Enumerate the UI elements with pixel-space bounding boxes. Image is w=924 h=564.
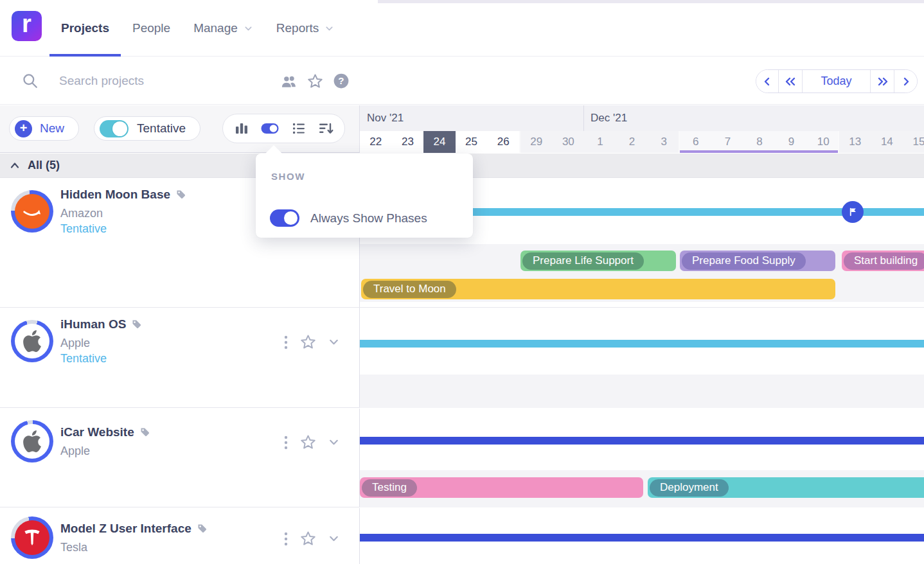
nav-tab-manage[interactable]: Manage bbox=[182, 0, 265, 57]
app-logo[interactable]: r bbox=[12, 11, 42, 41]
timeline-prev-fast-button[interactable] bbox=[779, 70, 803, 93]
milestone-flag[interactable] bbox=[842, 201, 864, 223]
phase-label: Travel to Moon bbox=[363, 281, 456, 298]
star-icon bbox=[299, 333, 317, 351]
people-filter-button[interactable] bbox=[280, 74, 298, 89]
plus-icon: + bbox=[15, 120, 32, 137]
phase-bar-start-building[interactable]: Start building bbox=[842, 251, 924, 271]
row-expand-button[interactable] bbox=[328, 436, 340, 448]
day-cell: 1 bbox=[584, 131, 616, 153]
week-group: 13 14 15 bbox=[838, 131, 924, 153]
project-timeline-bar[interactable] bbox=[360, 340, 924, 348]
star-icon bbox=[299, 434, 317, 451]
day-cell: 26 bbox=[487, 131, 519, 153]
project-info-cell: iCar Website Apple bbox=[0, 409, 360, 507]
timeline-navigation: Today bbox=[756, 69, 918, 93]
today-button[interactable]: Today bbox=[803, 70, 871, 93]
row-expand-button[interactable] bbox=[328, 533, 340, 545]
new-project-button[interactable]: + New bbox=[9, 116, 79, 141]
chevron-down-icon bbox=[324, 24, 334, 33]
gantt-lane: Testing Deployment bbox=[360, 409, 924, 507]
project-timeline-bar[interactable] bbox=[360, 437, 924, 445]
gantt-lane bbox=[360, 508, 924, 564]
nav-tab-reports-label: Reports bbox=[276, 21, 319, 35]
always-show-phases-toggle[interactable]: Always Show Phases bbox=[270, 209, 427, 227]
tag-icon bbox=[197, 524, 208, 534]
row-menu-button[interactable] bbox=[283, 435, 289, 450]
display-options-button[interactable] bbox=[261, 123, 279, 134]
row-actions bbox=[283, 530, 340, 547]
day-cell: 3 bbox=[648, 131, 680, 153]
project-title[interactable]: Hidden Moon Base bbox=[60, 188, 186, 202]
amazon-logo bbox=[15, 194, 49, 229]
project-status: Tentative bbox=[60, 352, 107, 366]
row-favorite-button[interactable] bbox=[299, 333, 317, 351]
apple-logo bbox=[15, 424, 49, 459]
help-button[interactable]: ? bbox=[333, 73, 350, 89]
phase-bar-testing[interactable]: Testing bbox=[360, 477, 643, 498]
chart-view-button[interactable] bbox=[234, 121, 249, 136]
nav-tab-reports[interactable]: Reports bbox=[265, 0, 346, 57]
group-header-label: All (5) bbox=[28, 159, 60, 172]
project-info-cell: iHuman OS Apple Tentative bbox=[0, 308, 360, 407]
sort-button[interactable] bbox=[318, 121, 333, 136]
row-favorite-button[interactable] bbox=[299, 434, 317, 451]
phase-label: Prepare Food Supply bbox=[682, 252, 806, 270]
nav-tab-manage-label: Manage bbox=[193, 21, 238, 35]
phase-bar-deployment[interactable]: Deployment bbox=[648, 477, 924, 498]
row-expand-button[interactable] bbox=[328, 336, 340, 348]
day-cell: 29 bbox=[520, 131, 553, 153]
project-avatar-apple[interactable] bbox=[11, 320, 53, 362]
project-timeline-bar[interactable] bbox=[360, 534, 924, 542]
day-cell: 10 bbox=[807, 131, 839, 153]
tentative-toggle-label: Tentative bbox=[137, 121, 186, 136]
timeline-next-fast-button[interactable] bbox=[871, 70, 894, 93]
kebab-menu-icon bbox=[283, 335, 289, 350]
search-input[interactable] bbox=[59, 67, 265, 94]
project-title[interactable]: iCar Website bbox=[60, 425, 150, 439]
projects-toolbar: + New Tentative bbox=[0, 105, 360, 153]
project-client: Tesla bbox=[60, 541, 87, 554]
star-icon bbox=[307, 73, 324, 90]
list-view-button[interactable] bbox=[291, 121, 307, 136]
timeline-prev-button[interactable] bbox=[756, 70, 779, 93]
nav-tab-projects[interactable]: Projects bbox=[49, 0, 121, 57]
popover-notch bbox=[265, 145, 283, 154]
tentative-toggle-button[interactable]: Tentative bbox=[94, 116, 200, 141]
search-filter-icons: ? bbox=[280, 57, 350, 105]
nav-tab-people[interactable]: People bbox=[121, 0, 182, 57]
chevron-down-icon bbox=[244, 24, 253, 33]
project-avatar-tesla[interactable] bbox=[11, 516, 53, 559]
tag-icon bbox=[140, 427, 150, 437]
flag-icon bbox=[846, 206, 859, 218]
favorites-filter-button[interactable] bbox=[307, 73, 324, 90]
day-cell: 2 bbox=[616, 131, 648, 153]
tentative-toggle-switch bbox=[100, 120, 129, 137]
day-cell-today: 24 bbox=[423, 131, 456, 153]
row-favorite-button[interactable] bbox=[299, 530, 317, 547]
phase-bar-travel-to-moon[interactable]: Travel to Moon bbox=[361, 279, 835, 299]
double-chevron-right-icon bbox=[876, 76, 889, 87]
project-title[interactable]: iHuman OS bbox=[60, 317, 142, 331]
phase-bar-prepare-food-supply[interactable]: Prepare Food Supply bbox=[680, 251, 835, 271]
day-cell: 22 bbox=[360, 131, 392, 153]
toggle-on-icon bbox=[270, 209, 299, 227]
project-name: iHuman OS bbox=[60, 317, 126, 331]
popover-section-header: SHOW bbox=[271, 171, 305, 182]
phases-strip: Prepare Life Support Prepare Food Supply… bbox=[360, 244, 924, 302]
timeline-next-button[interactable] bbox=[894, 70, 917, 93]
day-cell: 25 bbox=[456, 131, 488, 153]
month-divider bbox=[583, 105, 584, 131]
nav-tab-people-label: People bbox=[132, 21, 170, 35]
chevron-left-icon bbox=[763, 76, 772, 87]
day-cell: 7 bbox=[712, 131, 744, 153]
project-title[interactable]: Model Z User Interface bbox=[60, 522, 208, 536]
row-menu-button[interactable] bbox=[283, 335, 289, 350]
chevron-down-icon bbox=[328, 436, 340, 448]
project-avatar-amazon[interactable] bbox=[11, 190, 53, 233]
month-label-dec: Dec '21 bbox=[591, 112, 627, 125]
search-icon bbox=[22, 73, 39, 89]
row-menu-button[interactable] bbox=[283, 531, 289, 547]
project-avatar-apple[interactable] bbox=[11, 420, 53, 463]
phase-bar-prepare-life-support[interactable]: Prepare Life Support bbox=[520, 251, 676, 271]
